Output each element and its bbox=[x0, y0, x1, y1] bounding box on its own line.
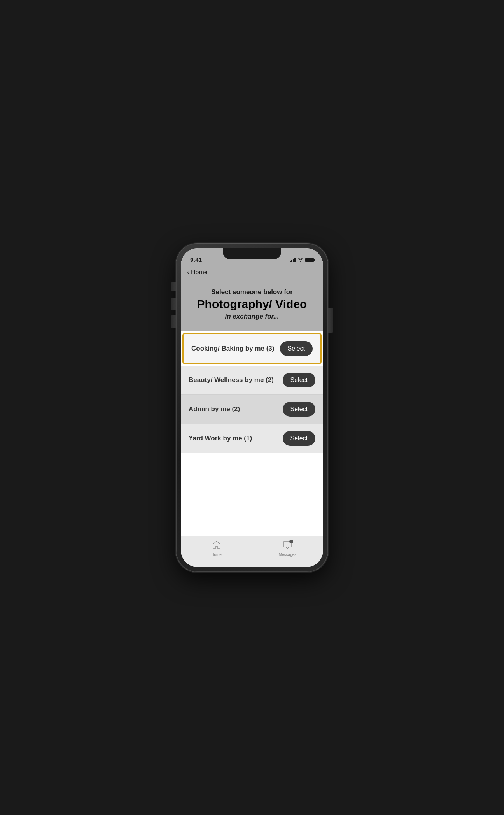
select-button-yard[interactable]: Select bbox=[283, 431, 315, 446]
select-button-admin[interactable]: Select bbox=[283, 402, 315, 417]
phone-screen: 9:41 bbox=[181, 248, 323, 567]
list-item: Yard Work by me (1) Select bbox=[181, 424, 323, 453]
notch bbox=[223, 248, 281, 259]
back-label: Home bbox=[191, 269, 208, 276]
phone-frame: 9:41 bbox=[176, 244, 328, 572]
header-title: Photography/ Video bbox=[189, 298, 315, 310]
header-section: Select someone below for Photography/ Vi… bbox=[181, 280, 323, 331]
back-button[interactable]: ‹ Home bbox=[187, 268, 208, 277]
volume-up-button bbox=[171, 298, 176, 310]
power-button bbox=[328, 308, 333, 333]
home-icon bbox=[212, 540, 221, 551]
list-item: Admin by me (2) Select bbox=[181, 395, 323, 424]
back-chevron-icon: ‹ bbox=[187, 268, 189, 277]
list-item-label: Cooking/ Baking by me (3) bbox=[191, 345, 274, 352]
select-button-beauty[interactable]: Select bbox=[283, 373, 315, 387]
volume-down-button bbox=[171, 315, 176, 328]
status-icons bbox=[290, 258, 314, 263]
list-section: Cooking/ Baking by me (3) Select Beauty/… bbox=[181, 331, 323, 536]
select-button-cooking[interactable]: Select bbox=[280, 341, 313, 356]
list-item-label: Yard Work by me (1) bbox=[189, 435, 252, 442]
home-nav-item[interactable]: Home bbox=[181, 540, 252, 557]
messages-nav-label: Messages bbox=[279, 552, 297, 557]
home-nav-label: Home bbox=[211, 552, 222, 557]
status-time: 9:41 bbox=[190, 256, 202, 263]
bottom-nav: Home Messages bbox=[181, 536, 323, 567]
list-item: Cooking/ Baking by me (3) Select bbox=[182, 333, 322, 364]
messages-nav-item[interactable]: Messages bbox=[252, 540, 323, 557]
wifi-icon bbox=[298, 258, 303, 263]
signal-icon bbox=[290, 258, 296, 262]
header-subtitle: Select someone below for bbox=[189, 288, 315, 296]
header-exchange: in exchange for... bbox=[189, 313, 315, 321]
list-item-label: Beauty/ Wellness by me (2) bbox=[189, 376, 274, 384]
list-item-label: Admin by me (2) bbox=[189, 405, 240, 413]
messages-icon-wrapper bbox=[283, 540, 292, 551]
nav-bar: ‹ Home bbox=[181, 265, 323, 280]
silent-switch bbox=[171, 282, 176, 291]
notification-dot bbox=[289, 540, 293, 543]
battery-icon bbox=[305, 258, 314, 262]
list-item: Beauty/ Wellness by me (2) Select bbox=[181, 366, 323, 395]
